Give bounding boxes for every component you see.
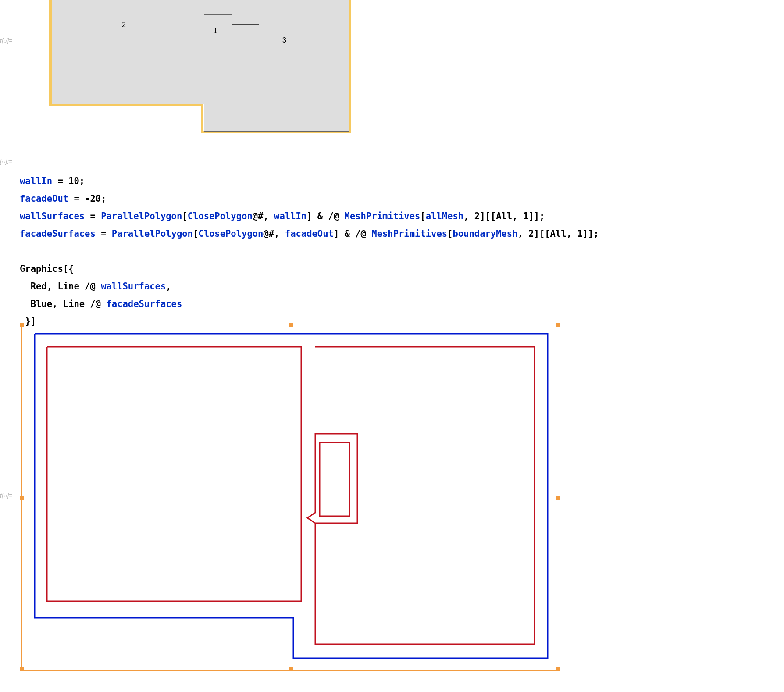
resize-handle-s[interactable] bbox=[289, 667, 293, 671]
selection-frame[interactable] bbox=[21, 325, 560, 671]
output-graphics-lines[interactable] bbox=[21, 325, 560, 671]
resize-handle-se[interactable] bbox=[556, 667, 560, 671]
code-line: facadeOut = -20; bbox=[20, 193, 107, 204]
out-label-top: t[○]= bbox=[0, 37, 12, 44]
room-label-2: 2 bbox=[122, 21, 126, 29]
code-line: wallSurfaces = ParallelPolygon[ClosePoly… bbox=[20, 211, 545, 221]
resize-handle-ne[interactable] bbox=[556, 323, 560, 327]
resize-handle-n[interactable] bbox=[289, 323, 293, 327]
code-line: wallIn = 10; bbox=[20, 176, 85, 186]
resize-handle-nw[interactable] bbox=[20, 323, 24, 327]
code-line: Graphics[{ bbox=[20, 264, 74, 274]
resize-handle-sw[interactable] bbox=[20, 667, 24, 671]
mesh-connector-vert bbox=[204, 57, 204, 105]
code-input-cell[interactable]: wallIn = 10; facadeOut = -20; wallSurfac… bbox=[20, 155, 599, 330]
code-line: facadeSurfaces = ParallelPolygon[ClosePo… bbox=[20, 228, 599, 239]
room-label-1: 1 bbox=[214, 27, 217, 35]
room-1-poly bbox=[204, 14, 232, 57]
output-graphics-mesh[interactable]: 1 2 3 bbox=[24, 0, 331, 134]
room-label-3: 3 bbox=[282, 36, 286, 44]
room-2-poly bbox=[52, 0, 204, 104]
out-label-bottom: t[○]= bbox=[0, 492, 12, 499]
resize-handle-e[interactable] bbox=[556, 496, 560, 500]
resize-handle-w[interactable] bbox=[20, 496, 24, 500]
code-line: Blue, Line /@ facadeSurfaces bbox=[20, 299, 182, 309]
code-line: Red, Line /@ wallSurfaces, bbox=[20, 281, 171, 292]
mesh-connector bbox=[232, 24, 259, 25]
in-label: [○]:= bbox=[0, 158, 12, 165]
facade-edge bbox=[201, 103, 203, 133]
